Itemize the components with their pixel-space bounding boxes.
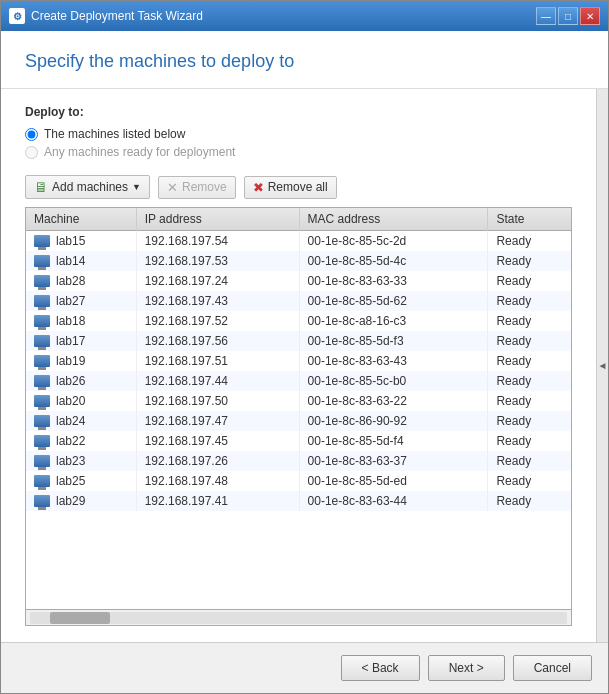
table-row[interactable]: lab18192.168.197.5200-1e-8c-a8-16-c3Read… [26,311,571,331]
remove-all-label: Remove all [268,180,328,194]
remove-icon: ✕ [167,180,178,195]
machine-icon [34,235,50,247]
cell-ip: 192.168.197.41 [136,491,299,511]
radio-listed-label: The machines listed below [44,127,185,141]
machine-icon [34,315,50,327]
machine-name: lab20 [56,394,85,408]
next-button[interactable]: Next > [428,655,505,681]
table-row[interactable]: lab28192.168.197.2400-1e-8c-83-63-33Read… [26,271,571,291]
machines-table-container: Machine IP address MAC address State lab… [25,207,572,626]
table-row[interactable]: lab17192.168.197.5600-1e-8c-85-5d-f3Read… [26,331,571,351]
col-ip[interactable]: IP address [136,208,299,231]
cell-mac: 00-1e-8c-85-5d-f3 [299,331,488,351]
col-state[interactable]: State [488,208,571,231]
table-row[interactable]: lab23192.168.197.2600-1e-8c-83-63-37Read… [26,451,571,471]
cell-state: Ready [488,491,571,511]
scrollbar-track[interactable] [30,612,567,624]
cell-state: Ready [488,371,571,391]
deploy-to-label: Deploy to: [25,105,572,119]
cell-ip: 192.168.197.53 [136,251,299,271]
cell-machine: lab14 [26,251,136,271]
scrollbar-thumb[interactable] [50,612,110,624]
radio-any-input [25,146,38,159]
cell-mac: 00-1e-8c-86-90-92 [299,411,488,431]
cell-mac: 00-1e-8c-83-63-43 [299,351,488,371]
table-header-row: Machine IP address MAC address State [26,208,571,231]
cell-machine: lab18 [26,311,136,331]
page-title: Specify the machines to deploy to [25,51,584,72]
wizard-header: Specify the machines to deploy to [1,31,608,89]
cell-state: Ready [488,351,571,371]
side-resize-handle[interactable]: ◄ [596,89,608,642]
remove-button[interactable]: ✕ Remove [158,176,236,199]
cell-mac: 00-1e-8c-83-63-33 [299,271,488,291]
cell-mac: 00-1e-8c-83-63-37 [299,451,488,471]
remove-label: Remove [182,180,227,194]
add-machines-button[interactable]: 🖥 Add machines ▼ [25,175,150,199]
wizard-content: Specify the machines to deploy to Deploy… [1,31,608,693]
cell-machine: lab24 [26,411,136,431]
maximize-button[interactable]: □ [558,7,578,25]
cancel-button[interactable]: Cancel [513,655,592,681]
cell-state: Ready [488,391,571,411]
cell-machine: lab22 [26,431,136,451]
cell-ip: 192.168.197.47 [136,411,299,431]
horizontal-scrollbar[interactable] [26,609,571,625]
cell-mac: 00-1e-8c-85-5d-ed [299,471,488,491]
table-row[interactable]: lab29192.168.197.4100-1e-8c-83-63-44Read… [26,491,571,511]
cell-machine: lab23 [26,451,136,471]
cell-mac: 00-1e-8c-85-5d-62 [299,291,488,311]
cell-machine: lab29 [26,491,136,511]
col-machine[interactable]: Machine [26,208,136,231]
cell-state: Ready [488,431,571,451]
table-row[interactable]: lab15192.168.197.5400-1e-8c-85-5c-2dRead… [26,231,571,252]
cell-machine: lab27 [26,291,136,311]
machine-icon [34,475,50,487]
cell-machine: lab19 [26,351,136,371]
machine-name: lab18 [56,314,85,328]
side-arrow-icon: ◄ [598,360,608,371]
title-bar-left: ⚙ Create Deployment Task Wizard [9,8,203,24]
cell-ip: 192.168.197.56 [136,331,299,351]
machine-name: lab15 [56,234,85,248]
machine-name: lab19 [56,354,85,368]
title-bar: ⚙ Create Deployment Task Wizard — □ ✕ [1,1,608,31]
machine-icon [34,455,50,467]
cell-ip: 192.168.197.51 [136,351,299,371]
table-row[interactable]: lab27192.168.197.4300-1e-8c-85-5d-62Read… [26,291,571,311]
radio-listed[interactable]: The machines listed below [25,127,572,141]
close-button[interactable]: ✕ [580,7,600,25]
machine-name: lab23 [56,454,85,468]
remove-all-button[interactable]: ✖ Remove all [244,176,337,199]
cell-machine: lab17 [26,331,136,351]
cell-mac: 00-1e-8c-a8-16-c3 [299,311,488,331]
wizard-window: ⚙ Create Deployment Task Wizard — □ ✕ Sp… [0,0,609,694]
cell-mac: 00-1e-8c-85-5c-2d [299,231,488,252]
dropdown-arrow-icon: ▼ [132,182,141,192]
machine-name: lab26 [56,374,85,388]
cell-ip: 192.168.197.43 [136,291,299,311]
table-row[interactable]: lab19192.168.197.5100-1e-8c-83-63-43Read… [26,351,571,371]
back-button[interactable]: < Back [341,655,420,681]
cell-mac: 00-1e-8c-85-5d-f4 [299,431,488,451]
machine-icon [34,335,50,347]
cell-state: Ready [488,311,571,331]
table-row[interactable]: lab20192.168.197.5000-1e-8c-83-63-22Read… [26,391,571,411]
table-row[interactable]: lab24192.168.197.4700-1e-8c-86-90-92Read… [26,411,571,431]
machine-name: lab24 [56,414,85,428]
window-icon: ⚙ [9,8,25,24]
table-row[interactable]: lab26192.168.197.4400-1e-8c-85-5c-b0Read… [26,371,571,391]
cell-state: Ready [488,471,571,491]
table-row[interactable]: lab25192.168.197.4800-1e-8c-85-5d-edRead… [26,471,571,491]
machine-name: lab28 [56,274,85,288]
remove-all-icon: ✖ [253,180,264,195]
minimize-button[interactable]: — [536,7,556,25]
col-mac[interactable]: MAC address [299,208,488,231]
cell-ip: 192.168.197.45 [136,431,299,451]
cell-mac: 00-1e-8c-85-5d-4c [299,251,488,271]
table-row[interactable]: lab14192.168.197.5300-1e-8c-85-5d-4cRead… [26,251,571,271]
table-row[interactable]: lab22192.168.197.4500-1e-8c-85-5d-f4Read… [26,431,571,451]
table-wrapper[interactable]: Machine IP address MAC address State lab… [26,208,571,609]
radio-listed-input[interactable] [25,128,38,141]
machine-icon [34,375,50,387]
